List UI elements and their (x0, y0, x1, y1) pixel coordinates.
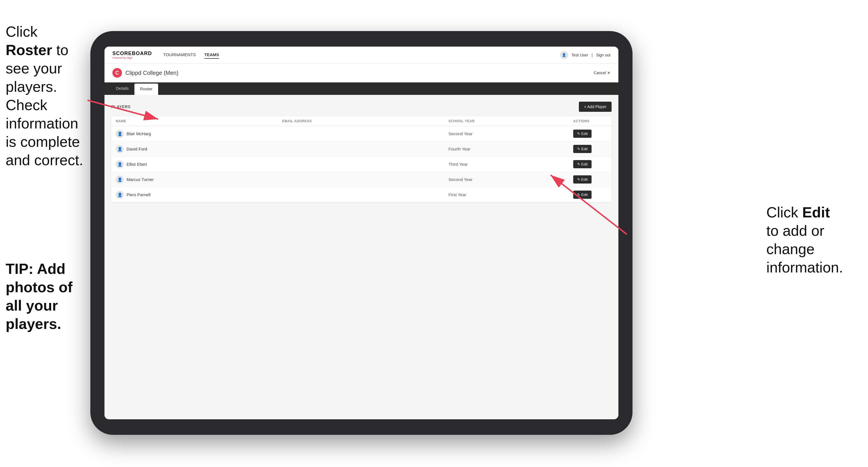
sign-out-link[interactable]: Sign out (596, 53, 611, 57)
table-row: 👤 David Ford Fourth Year ✎ Edit (111, 142, 612, 157)
player-avatar: 👤 (116, 191, 124, 199)
players-table: NAME EMAIL ADDRESS SCHOOL YEAR ACTIONS 👤… (111, 116, 612, 202)
tip-annotation: TIP: Add photos ofall your players. (6, 260, 88, 333)
player-name: Blair McHarg (126, 131, 151, 136)
player-school-year: Third Year (448, 162, 573, 166)
player-name-cell: 👤 Piers Parnell (116, 191, 282, 199)
actions-cell: ✎ Edit (573, 175, 607, 184)
table-header: NAME EMAIL ADDRESS SCHOOL YEAR ACTIONS (111, 116, 612, 126)
edit-button[interactable]: ✎ Edit (573, 175, 592, 184)
player-avatar: 👤 (116, 160, 124, 168)
player-school-year: Fourth Year (448, 147, 573, 151)
edit-button[interactable]: ✎ Edit (573, 145, 592, 153)
table-row: 👤 Marcus Turner Second Year ✎ Edit (111, 172, 612, 187)
actions-cell: ✎ Edit (573, 191, 607, 199)
player-name-cell: 👤 David Ford (116, 145, 282, 153)
player-name: Piers Parnell (126, 192, 151, 197)
player-name: David Ford (126, 147, 147, 151)
col-actions: ACTIONS (573, 119, 607, 123)
team-logo: C (113, 68, 122, 77)
players-label: PLAYERS (111, 104, 130, 109)
nav-separator: | (592, 53, 593, 57)
table-row: 👤 Piers Parnell First Year ✎ Edit (111, 187, 612, 202)
player-school-year: Second Year (448, 131, 573, 136)
logo-sub: Powered by clippi (113, 57, 152, 59)
player-avatar: 👤 (116, 176, 124, 184)
edit-bold: Edit (802, 204, 830, 220)
tab-roster[interactable]: Roster (134, 84, 158, 95)
left-annotation: Click Roster to see your players. Check … (6, 23, 88, 169)
player-name-cell: 👤 Marcus Turner (116, 176, 282, 184)
player-school-year: First Year (448, 192, 573, 197)
tab-details[interactable]: Details (110, 83, 134, 95)
tablet-frame: SCOREBOARD Powered by clippi TOURNAMENTS… (90, 31, 632, 435)
table-rows: 👤 Blair McHarg Second Year ✎ Edit 👤 Davi… (111, 126, 612, 202)
user-name: Test User (571, 53, 588, 57)
main-content: PLAYERS + Add Player NAME EMAIL ADDRESS … (104, 95, 618, 419)
tablet-screen: SCOREBOARD Powered by clippi TOURNAMENTS… (104, 46, 618, 419)
col-school-year: SCHOOL YEAR (448, 119, 573, 123)
actions-cell: ✎ Edit (573, 130, 607, 138)
nav-tournaments[interactable]: TOURNAMENTS (163, 51, 196, 59)
nav-links: TOURNAMENTS TEAMS (163, 51, 560, 59)
col-email: EMAIL ADDRESS (282, 119, 448, 123)
roster-bold: Roster (6, 42, 52, 58)
col-name: NAME (116, 119, 282, 123)
nav-teams[interactable]: TEAMS (205, 51, 219, 59)
tab-bar: Details Roster (104, 83, 618, 95)
actions-cell: ✎ Edit (573, 145, 607, 153)
table-row: 👤 Elliot Ebert Third Year ✎ Edit (111, 157, 612, 172)
edit-button[interactable]: ✎ Edit (573, 191, 592, 199)
logo-area: SCOREBOARD Powered by clippi (113, 51, 152, 59)
player-name-cell: 👤 Blair McHarg (116, 130, 282, 138)
team-header: C Clippd College (Men) Cancel ✕ (104, 64, 618, 83)
user-icon: 👤 (560, 51, 568, 59)
edit-button[interactable]: ✎ Edit (573, 160, 592, 168)
edit-button[interactable]: ✎ Edit (573, 130, 592, 138)
player-name-cell: 👤 Elliot Ebert (116, 160, 282, 168)
actions-cell: ✎ Edit (573, 160, 607, 168)
top-nav: SCOREBOARD Powered by clippi TOURNAMENTS… (104, 46, 618, 64)
player-name: Marcus Turner (126, 177, 154, 182)
player-avatar: 👤 (116, 130, 124, 138)
logo-text: SCOREBOARD (113, 51, 152, 57)
players-header: PLAYERS + Add Player (111, 102, 612, 112)
player-name: Elliot Ebert (126, 162, 147, 166)
table-row: 👤 Blair McHarg Second Year ✎ Edit (111, 126, 612, 142)
add-player-button[interactable]: + Add Player (579, 102, 612, 112)
player-avatar: 👤 (116, 145, 124, 153)
cancel-button[interactable]: Cancel ✕ (594, 70, 611, 75)
team-name: Clippd College (Men) (125, 70, 179, 76)
team-title-area: C Clippd College (Men) (113, 68, 179, 77)
right-annotation: Click Editto add or changeinformation. (766, 203, 862, 277)
player-school-year: Second Year (448, 177, 573, 182)
nav-right: 👤 Test User | Sign out (560, 51, 611, 59)
